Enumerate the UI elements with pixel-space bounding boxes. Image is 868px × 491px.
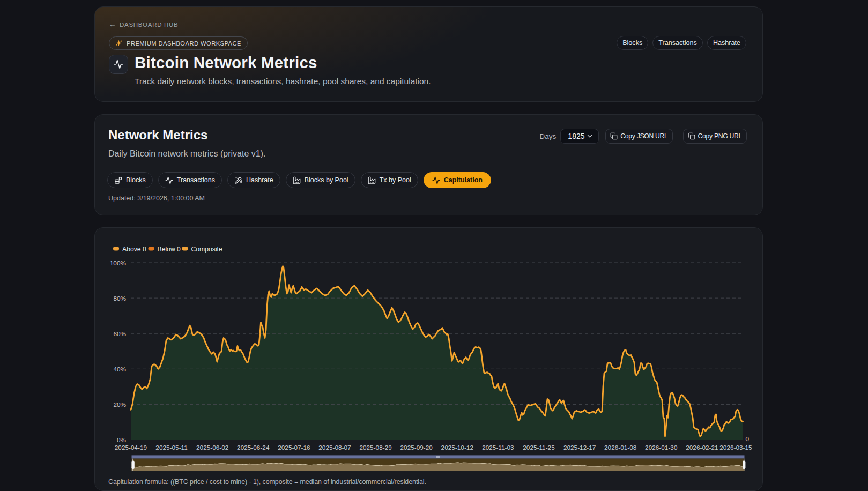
svg-text:2025-04-19: 2025-04-19 — [115, 444, 147, 451]
svg-text:Composite: Composite — [191, 245, 222, 253]
svg-text:2025-11-03: 2025-11-03 — [482, 444, 514, 451]
svg-text:2025-07-16: 2025-07-16 — [278, 444, 310, 451]
svg-text:0: 0 — [746, 435, 750, 443]
svg-text:2026-03-15: 2026-03-15 — [719, 444, 752, 451]
svg-text:2025-11-25: 2025-11-25 — [523, 444, 555, 451]
svg-text:2025-06-24: 2025-06-24 — [237, 444, 270, 451]
svg-text:2025-09-20: 2025-09-20 — [400, 444, 433, 451]
svg-text:60%: 60% — [113, 330, 126, 338]
svg-text:2025-08-29: 2025-08-29 — [359, 444, 391, 451]
svg-text:Above 0: Above 0 — [122, 245, 146, 253]
svg-text:Below 0: Below 0 — [158, 245, 181, 253]
svg-text:2025-12-17: 2025-12-17 — [563, 444, 596, 451]
svg-text:2026-02-21: 2026-02-21 — [686, 444, 718, 451]
svg-text:40%: 40% — [113, 366, 126, 373]
svg-text:2026-01-30: 2026-01-30 — [645, 444, 678, 451]
svg-text:2025-06-02: 2025-06-02 — [196, 444, 228, 451]
svg-text:80%: 80% — [113, 295, 126, 302]
svg-text:0%: 0% — [117, 436, 127, 444]
svg-text:2025-08-07: 2025-08-07 — [318, 444, 351, 451]
svg-text:2026-01-08: 2026-01-08 — [604, 444, 637, 451]
svg-text:100%: 100% — [110, 259, 127, 267]
svg-text:2025-10-12: 2025-10-12 — [441, 444, 473, 451]
svg-text:2025-05-11: 2025-05-11 — [155, 444, 187, 451]
svg-text:20%: 20% — [113, 401, 126, 408]
